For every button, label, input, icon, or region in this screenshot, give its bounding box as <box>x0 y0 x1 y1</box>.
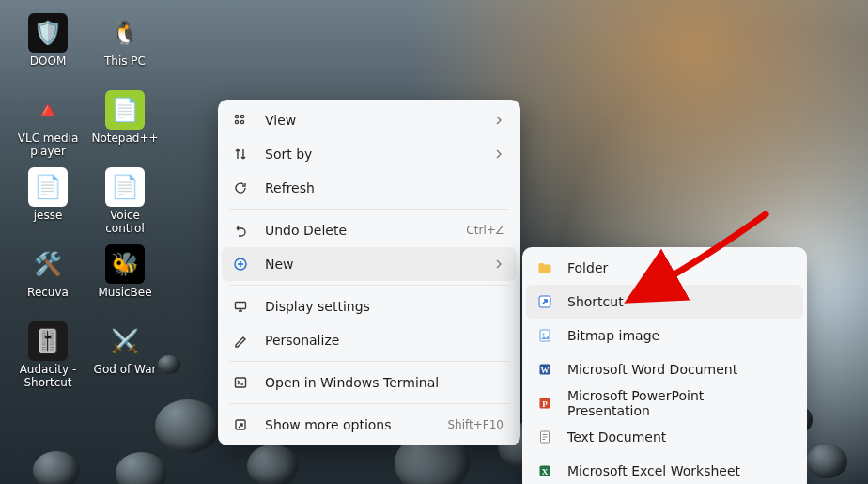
desktop-icon[interactable]: ⚔️God of War <box>86 318 163 395</box>
desktop-icon-label: MusicBee <box>98 286 151 299</box>
desktop-icon-label: Audacity - Shortcut <box>12 363 84 389</box>
menu-item-undo[interactable]: Undo DeleteCtrl+Z <box>222 213 517 247</box>
submenu-item-label: Microsoft Excel Worksheet <box>567 463 790 478</box>
menu-item-label: Personalize <box>265 333 504 348</box>
undo-icon <box>231 221 250 240</box>
desktop-icon-grid: 🛡️DOOM🐧This PC🔺VLC media player📄Notepad+… <box>9 9 163 395</box>
desktop-icon[interactable]: 🔺VLC media player <box>9 86 86 164</box>
submenu-item-label: Microsoft PowerPoint Presentation <box>567 388 790 418</box>
svg-rect-5 <box>236 303 246 309</box>
stone-decoration <box>806 445 847 478</box>
svg-rect-9 <box>540 330 550 341</box>
menu-item-shortcut: Shift+F10 <box>447 418 504 431</box>
menu-item-label: Sort by <box>265 147 475 162</box>
word-icon: W <box>535 360 554 379</box>
submenu-item-xls[interactable]: XMicrosoft Excel Worksheet <box>526 454 803 484</box>
desktop-icon-label: God of War <box>94 363 157 376</box>
menu-item-shortcut: Ctrl+Z <box>466 224 504 237</box>
stone-decoration <box>155 399 221 453</box>
menu-item-label: View <box>265 113 475 128</box>
svg-point-10 <box>543 334 545 336</box>
svg-text:P: P <box>542 399 548 409</box>
submenu-item-label: Microsoft Word Document <box>567 362 790 377</box>
svg-text:W: W <box>541 366 550 375</box>
bmp-icon <box>535 326 554 345</box>
menu-item-new[interactable]: New <box>222 247 517 281</box>
chevron-right-icon <box>494 257 504 272</box>
menu-item-view[interactable]: View <box>222 103 517 137</box>
app-icon: 🎚️ <box>28 321 68 361</box>
desktop-icon[interactable]: 📄Voice control <box>86 164 163 241</box>
menu-separator <box>229 209 509 210</box>
svg-point-3 <box>240 120 243 123</box>
svg-text:X: X <box>542 467 549 476</box>
txt-icon <box>535 428 554 446</box>
menu-item-label: Open in Windows Terminal <box>265 375 504 390</box>
desktop-icon[interactable]: 🛡️DOOM <box>9 9 86 86</box>
stone-decoration <box>33 451 80 484</box>
chevron-right-icon <box>494 147 504 162</box>
menu-item-refresh[interactable]: Refresh <box>222 171 517 205</box>
more-icon <box>231 415 250 434</box>
menu-item-label: New <box>265 257 475 272</box>
ppt-icon: P <box>535 394 554 413</box>
display-icon <box>231 297 250 316</box>
desktop-icon-label: Voice control <box>89 209 161 235</box>
pers-icon <box>231 331 250 350</box>
submenu-item-ppt[interactable]: PMicrosoft PowerPoint Presentation <box>526 386 803 420</box>
app-icon: 🔺 <box>28 90 68 130</box>
desktop-icon-label: Notepad++ <box>91 132 158 145</box>
app-icon: ⚔️ <box>105 321 145 361</box>
menu-item-pers[interactable]: Personalize <box>222 323 517 357</box>
desktop-icon[interactable]: 🐧This PC <box>86 9 163 86</box>
app-icon: 🐧 <box>105 13 145 53</box>
desktop-icon[interactable]: 🐝MusicBee <box>86 241 163 318</box>
submenu-item-txt[interactable]: Text Document <box>526 420 803 454</box>
context-submenu-new[interactable]: FolderShortcutBitmap imageWMicrosoft Wor… <box>522 247 807 484</box>
desktop[interactable]: 🛡️DOOM🐧This PC🔺VLC media player📄Notepad+… <box>0 0 868 484</box>
app-icon: 📄 <box>105 167 145 207</box>
submenu-item-label: Text Document <box>567 429 790 445</box>
folder-icon <box>535 258 554 277</box>
app-icon: 🛡️ <box>28 13 68 53</box>
menu-item-label: Show more options <box>265 417 428 432</box>
desktop-icon[interactable]: 🛠️Recuva <box>9 241 86 318</box>
submenu-item-folder[interactable]: Folder <box>526 251 803 285</box>
view-icon <box>231 111 250 130</box>
svg-rect-6 <box>236 378 246 387</box>
app-icon: 🐝 <box>105 244 145 284</box>
app-icon: 📄 <box>105 90 145 130</box>
stone-decoration <box>116 452 167 485</box>
desktop-icon[interactable]: 🎚️Audacity - Shortcut <box>9 318 86 395</box>
desktop-icon-label: This PC <box>104 55 146 68</box>
menu-item-term[interactable]: Open in Windows Terminal <box>222 366 517 399</box>
new-icon <box>231 255 250 273</box>
menu-item-more[interactable]: Show more optionsShift+F10 <box>222 408 517 442</box>
submenu-item-label: Shortcut <box>567 294 790 309</box>
svg-point-1 <box>240 115 243 117</box>
menu-separator <box>229 285 509 286</box>
svg-point-2 <box>235 120 238 123</box>
chevron-right-icon <box>494 113 504 128</box>
app-icon: 📄 <box>28 167 68 207</box>
desktop-icon[interactable]: 📄Notepad++ <box>86 86 163 164</box>
submenu-item-bmp[interactable]: Bitmap image <box>526 319 803 352</box>
sort-icon <box>231 145 250 164</box>
stone-decoration <box>247 445 299 485</box>
desktop-icon-label: DOOM <box>30 55 66 68</box>
submenu-item-label: Bitmap image <box>567 328 790 343</box>
context-menu[interactable]: ViewSort byRefreshUndo DeleteCtrl+ZNewDi… <box>218 100 520 445</box>
desktop-icon-label: jesse <box>34 209 63 222</box>
submenu-item-word[interactable]: WMicrosoft Word Document <box>526 352 803 386</box>
svg-point-0 <box>235 115 238 117</box>
submenu-item-shortcut[interactable]: Shortcut <box>526 285 803 319</box>
app-icon: 🛠️ <box>28 244 68 284</box>
menu-item-sort[interactable]: Sort by <box>222 137 517 171</box>
shortcut-icon <box>535 292 554 311</box>
menu-item-display[interactable]: Display settings <box>222 289 517 323</box>
desktop-icon-label: VLC media player <box>12 132 84 158</box>
xls-icon: X <box>535 461 554 480</box>
menu-item-label: Undo Delete <box>265 223 447 238</box>
submenu-item-label: Folder <box>567 260 790 275</box>
desktop-icon[interactable]: 📄jesse <box>9 164 86 241</box>
